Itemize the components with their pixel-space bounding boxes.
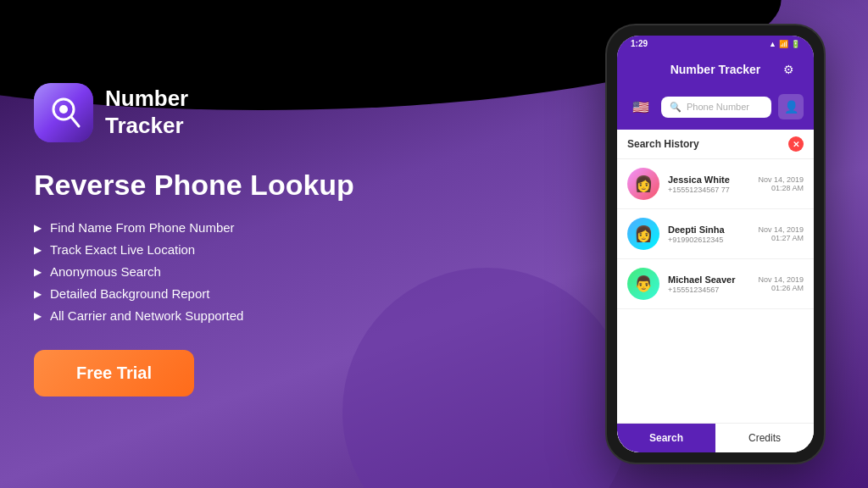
contact-time-1: Nov 14, 2019 01:27 AM	[758, 225, 804, 242]
logo-tracker: Tracker	[105, 113, 188, 139]
free-trial-button[interactable]: Free Trial	[34, 350, 194, 396]
headline: Reverse Phone Lookup	[34, 168, 580, 202]
app-logo-icon	[34, 83, 93, 142]
bottom-nav: Search Credits	[617, 423, 814, 452]
avatar-deepti: 👩	[627, 218, 659, 250]
features-list: ▶ Find Name From Phone Number ▶ Track Ex…	[34, 220, 580, 323]
credits-tab-label: Credits	[748, 432, 781, 444]
svg-point-1	[59, 105, 68, 114]
phone-search-input[interactable]: 🔍 Phone Number	[661, 97, 771, 118]
logo-area: Number Tracker	[34, 83, 580, 142]
contact-time-2: Nov 14, 2019 01:26 AM	[758, 275, 804, 292]
contact-info-2: Michael Seaver +15551234567	[668, 274, 749, 294]
status-bar: 1:29 ▲ 📶 🔋	[617, 36, 814, 52]
contact-date-2: Nov 14, 2019	[758, 275, 804, 284]
history-header: Search History ✕	[617, 130, 814, 159]
contact-phone-1: +919902612345	[668, 236, 749, 244]
search-icon: 🔍	[670, 102, 682, 113]
country-flag-button[interactable]: 🇺🇸	[627, 97, 654, 117]
feature-text-3: Anonymous Search	[50, 264, 161, 279]
history-item-0[interactable]: 👩 Jessica White +15551234567 77 Nov 14, …	[617, 159, 814, 209]
app-header-title: Number Tracker	[670, 63, 761, 76]
search-tab[interactable]: Search	[617, 424, 715, 452]
arrow-icon-4: ▶	[34, 288, 42, 300]
logo-text: Number Tracker	[105, 86, 188, 138]
contact-phone-0: +15551234567 77	[668, 186, 749, 194]
contact-info-0: Jessica White +15551234567 77	[668, 175, 749, 194]
contact-name-0: Jessica White	[668, 175, 749, 185]
gear-icon: ⚙	[783, 63, 794, 76]
close-history-button[interactable]: ✕	[788, 136, 804, 152]
feature-item-4: ▶ Detailed Background Report	[34, 286, 580, 301]
feature-item-2: ▶ Track Exact Live Location	[34, 242, 580, 257]
contact-phone-2: +15551234567	[668, 286, 749, 294]
feature-item-3: ▶ Anonymous Search	[34, 264, 580, 279]
app-header: Number Tracker ⚙	[617, 52, 814, 87]
contacts-icon: 👤	[784, 100, 798, 114]
contact-date-0: Nov 14, 2019	[758, 175, 804, 184]
feature-text-2: Track Exact Live Location	[50, 242, 195, 257]
logo-name: Number	[105, 86, 188, 112]
arrow-icon-3: ▶	[34, 266, 42, 278]
contact-info-1: Deepti Sinha +919902612345	[668, 225, 749, 244]
status-icons: ▲ 📶 🔋	[769, 40, 800, 48]
phone-mockup: 1:29 ▲ 📶 🔋 Number Tracker ⚙	[605, 24, 826, 464]
feature-text-4: Detailed Background Report	[50, 286, 209, 301]
flag-emoji: 🇺🇸	[632, 99, 649, 115]
phone-screen: 1:29 ▲ 📶 🔋 Number Tracker ⚙	[617, 36, 814, 452]
close-icon: ✕	[793, 140, 799, 149]
history-item-1[interactable]: 👩 Deepti Sinha +919902612345 Nov 14, 201…	[617, 209, 814, 259]
feature-text-5: All Carrier and Network Supported	[50, 308, 243, 323]
feature-item-5: ▶ All Carrier and Network Supported	[34, 308, 580, 323]
contact-hour-2: 01:26 AM	[758, 284, 804, 292]
feature-text-1: Find Name From Phone Number	[50, 220, 235, 235]
arrow-icon-5: ▶	[34, 310, 42, 322]
contact-time-0: Nov 14, 2019 01:28 AM	[758, 175, 804, 192]
avatar-jessica: 👩	[627, 168, 659, 200]
arrow-icon-1: ▶	[34, 222, 42, 234]
contact-name-2: Michael Seaver	[668, 274, 749, 285]
arrow-icon-2: ▶	[34, 244, 42, 256]
contact-date-1: Nov 14, 2019	[758, 225, 804, 234]
search-placeholder: Phone Number	[687, 102, 749, 112]
contacts-button[interactable]: 👤	[778, 94, 804, 119]
contact-name-1: Deepti Sinha	[668, 225, 749, 235]
phone-mockup-wrapper: 1:29 ▲ 📶 🔋 Number Tracker ⚙	[597, 24, 834, 464]
feature-item-1: ▶ Find Name From Phone Number	[34, 220, 580, 235]
settings-button[interactable]: ⚙	[778, 58, 800, 80]
contact-hour-0: 01:28 AM	[758, 184, 804, 192]
search-tab-label: Search	[649, 432, 683, 444]
history-list: 👩 Jessica White +15551234567 77 Nov 14, …	[617, 159, 814, 423]
contact-hour-1: 01:27 AM	[758, 234, 804, 242]
history-item-2[interactable]: 👨 Michael Seaver +15551234567 Nov 14, 20…	[617, 259, 814, 309]
history-title: Search History	[627, 138, 699, 150]
svg-line-2	[71, 117, 79, 126]
search-area: 🇺🇸 🔍 Phone Number 👤	[617, 87, 814, 130]
credits-tab[interactable]: Credits	[715, 424, 814, 452]
avatar-michael: 👨	[627, 268, 659, 300]
status-time: 1:29	[631, 39, 648, 48]
left-panel: Number Tracker Reverse Phone Lookup ▶ Fi…	[34, 92, 597, 397]
